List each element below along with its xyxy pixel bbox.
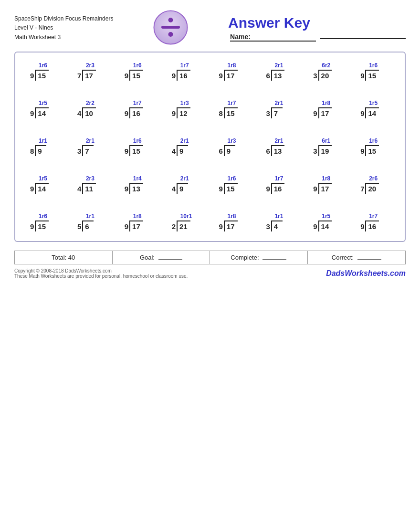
answer-label: 1r4 [133, 175, 142, 182]
problem-item: 2r1 6 13 [258, 62, 303, 81]
problem-item: 1r5 9 14 [22, 100, 67, 118]
problem-item: 2r1 3 7 [258, 100, 303, 118]
dividend-value: 9 [177, 183, 188, 194]
answer-label: 10r1 [180, 213, 192, 220]
divisor-value: 9 [30, 72, 34, 81]
divisor-value: 4 [172, 185, 176, 194]
division-row: 8 9 [30, 145, 46, 156]
dividend-value: 13 [271, 145, 285, 156]
divisor-value: 9 [125, 185, 128, 194]
answer-label: 2r1 [274, 62, 283, 69]
division-row: 9 17 [219, 70, 238, 81]
division-logo-icon [153, 10, 189, 45]
division-row: 9 15 [360, 70, 379, 81]
dividend-value: 16 [129, 107, 143, 118]
problem-item: 1r6 9 15 [117, 137, 162, 156]
total-label: Total: 40 [52, 254, 75, 261]
dividend-value: 15 [129, 145, 143, 156]
answer-label: 2r1 [274, 137, 283, 144]
problem-item: 2r1 6 13 [258, 137, 303, 156]
answer-label: 1r5 [39, 175, 47, 182]
problem-item: 1r1 5 6 [70, 213, 115, 231]
complete-cell: Complete: [210, 251, 308, 264]
division-row: 7 20 [360, 183, 379, 194]
answer-label: 1r3 [228, 137, 236, 144]
division-row: 9 15 [219, 183, 238, 194]
problem-item: 1r7 9 16 [117, 100, 162, 118]
dividend-value: 12 [177, 107, 190, 118]
division-row: 9 15 [360, 145, 379, 156]
division-row: 4 9 [172, 145, 188, 156]
dividend-value: 20 [365, 183, 379, 194]
dividend-value: 15 [129, 70, 143, 81]
answer-label: 2r1 [180, 137, 189, 144]
dividend-value: 4 [271, 220, 283, 231]
division-row: 9 15 [30, 220, 49, 231]
answer-label: 1r7 [274, 175, 283, 182]
goal-label: Goal: [140, 254, 155, 261]
division-row: 3 20 [313, 70, 332, 81]
dividend-value: 19 [318, 145, 332, 156]
problem-item: 2r6 7 20 [353, 175, 398, 194]
dividend-value: 14 [35, 183, 49, 194]
division-row: 3 4 [266, 220, 282, 231]
correct-line [357, 259, 381, 260]
logo-area [153, 10, 189, 47]
problem-item: 2r1 3 7 [70, 137, 115, 156]
problem-item: 1r8 9 17 [117, 213, 162, 231]
answer-label: 1r6 [369, 62, 378, 69]
division-row: 9 14 [313, 220, 332, 231]
header-title: SpaceShip Division Focus Remainders Leve… [14, 14, 113, 42]
dividend-value: 15 [365, 70, 379, 81]
dividend-value: 13 [271, 70, 285, 81]
dividend-value: 14 [318, 220, 332, 231]
dads-brand-text: DadsWorksheets.com [326, 269, 406, 277]
problem-item: 1r5 9 14 [353, 100, 398, 118]
answer-label: 2r2 [86, 100, 94, 106]
answer-label: 6r1 [322, 137, 330, 144]
answer-label: 1r1 [274, 213, 283, 220]
answer-label: 1r1 [39, 137, 47, 144]
division-row: 6 13 [266, 145, 284, 156]
divisor-value: 9 [219, 72, 223, 81]
divisor-value: 9 [360, 147, 364, 156]
dividend-value: 9 [35, 145, 46, 156]
division-row: 9 16 [125, 107, 143, 118]
division-row: 9 17 [313, 183, 332, 194]
divisor-value: 9 [125, 72, 128, 81]
answer-label: 1r7 [180, 62, 189, 69]
divisor-value: 9 [125, 222, 128, 231]
division-row: 9 17 [219, 220, 238, 231]
svg-point-1 [168, 18, 173, 22]
division-row: 9 16 [266, 183, 284, 194]
title-line1: SpaceShip Division Focus Remainders [14, 14, 113, 23]
division-row: 9 15 [125, 70, 143, 81]
problem-item: 1r5 9 14 [305, 213, 350, 231]
division-row: 4 9 [172, 183, 188, 194]
copyright-line2: These Math Worksheets are provided for p… [14, 273, 188, 279]
problem-item: 2r3 7 17 [70, 62, 115, 81]
problem-item: 1r6 9 15 [22, 213, 67, 231]
answer-key-label: Answer Key [228, 15, 310, 31]
divisor-value: 9 [30, 109, 34, 118]
divisor-value: 2 [172, 222, 176, 231]
header: SpaceShip Division Focus Remainders Leve… [14, 10, 406, 47]
divisor-value: 9 [172, 109, 176, 118]
answer-label: 2r3 [86, 175, 94, 182]
divisor-value: 4 [77, 185, 81, 194]
dads-worksheets-brand: DadsWorksheets.com [326, 269, 406, 278]
copyright-text: Copyright © 2008-2018 DadsWorksheets.com… [14, 268, 188, 279]
division-row: 9 14 [360, 107, 379, 118]
problem-item: 1r8 9 17 [211, 62, 256, 81]
divisor-value: 9 [313, 222, 317, 231]
dividend-value: 16 [365, 220, 379, 231]
dividend-value: 15 [224, 107, 238, 118]
dividend-value: 6 [82, 220, 94, 231]
problem-item: 1r1 8 9 [22, 137, 67, 156]
divisor-value: 3 [77, 147, 81, 156]
svg-point-3 [168, 32, 173, 37]
division-row: 9 14 [30, 107, 49, 118]
problem-item: 6r1 3 19 [305, 137, 350, 156]
dividend-value: 17 [318, 107, 332, 118]
answer-label: 1r8 [322, 100, 330, 106]
